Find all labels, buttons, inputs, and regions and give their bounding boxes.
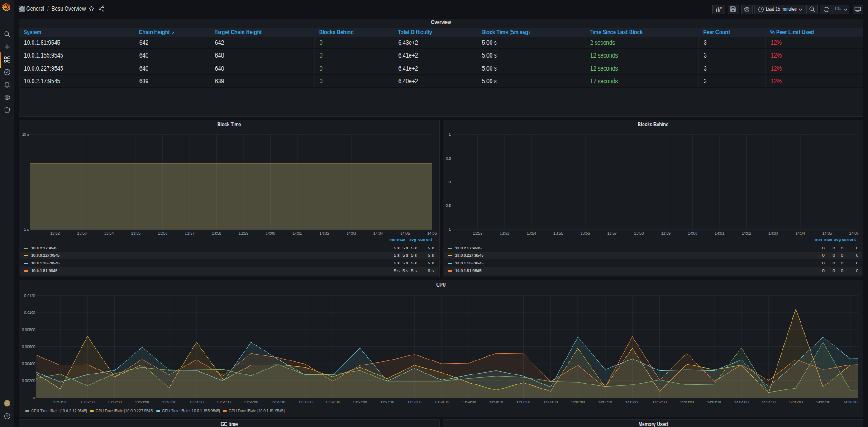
svg-text:13:53: 13:53 [77, 230, 87, 235]
svg-text:?: ? [6, 414, 8, 418]
svg-text:13:59: 13:59 [239, 230, 248, 235]
svg-text:13:59: 13:59 [661, 230, 670, 235]
svg-text:13:57: 13:57 [185, 230, 195, 235]
svg-text:13:52: 13:52 [472, 230, 482, 235]
svg-text:13:59:30: 13:59:30 [489, 399, 503, 404]
svg-text:13:57:30: 13:57:30 [380, 399, 394, 404]
svg-text:13:56: 13:56 [580, 230, 590, 235]
svg-text:13:58: 13:58 [212, 230, 221, 235]
svg-text:0.5: 0.5 [446, 156, 451, 161]
svg-text:14:05:00: 14:05:00 [789, 399, 803, 404]
svg-text:13:54: 13:54 [526, 230, 536, 235]
svg-text:14:00: 14:00 [688, 230, 697, 235]
svg-text:13:58:00: 13:58:00 [407, 399, 421, 404]
svg-text:1: 1 [448, 132, 451, 137]
svg-text:13:52:30: 13:52:30 [108, 399, 122, 404]
svg-text:14:02: 14:02 [320, 230, 329, 235]
svg-text:13:52:00: 13:52:00 [81, 399, 95, 404]
svg-text:14:03: 14:03 [347, 230, 356, 235]
svg-text:13:55:30: 13:55:30 [271, 399, 285, 404]
svg-text:13:54: 13:54 [104, 230, 114, 235]
svg-text:14:02:00: 14:02:00 [625, 399, 639, 404]
svg-text:0.0120: 0.0120 [24, 293, 36, 298]
svg-text:14:01:00: 14:01:00 [571, 399, 585, 404]
svg-text:14:05:30: 14:05:30 [816, 399, 830, 404]
svg-text:14:02: 14:02 [741, 230, 751, 235]
svg-text:14:00:00: 14:00:00 [516, 399, 530, 404]
svg-text:13:55: 13:55 [131, 230, 141, 235]
svg-text:13:53:30: 13:53:30 [162, 399, 176, 404]
svg-text:14:06: 14:06 [427, 230, 437, 235]
svg-text:10 s: 10 s [22, 132, 29, 137]
svg-text:0.0100: 0.0100 [24, 310, 36, 315]
svg-text:14:05: 14:05 [822, 230, 832, 235]
svg-text:13:59:00: 13:59:00 [462, 399, 476, 404]
svg-text:1 s: 1 s [24, 227, 29, 232]
svg-text:14:04:00: 14:04:00 [734, 399, 749, 404]
svg-text:-0.5: -0.5 [444, 203, 451, 208]
svg-text:14:01:30: 14:01:30 [598, 399, 612, 404]
svg-text:14:06: 14:06 [849, 230, 858, 235]
svg-text:14:04: 14:04 [795, 230, 805, 235]
svg-text:13:57: 13:57 [607, 230, 616, 235]
svg-text:14:06:00: 14:06:00 [843, 399, 857, 404]
svg-text:0.00600: 0.00600 [22, 344, 35, 349]
svg-text:14:03: 14:03 [768, 230, 778, 235]
svg-text:13:56:00: 13:56:00 [298, 399, 312, 404]
svg-text:13:56:30: 13:56:30 [326, 399, 340, 404]
svg-text:13:51:30: 13:51:30 [53, 399, 67, 404]
svg-text:0.00800: 0.00800 [22, 327, 35, 332]
svg-text:13:55:00: 13:55:00 [244, 399, 258, 404]
svg-text:14:02:30: 14:02:30 [653, 399, 667, 404]
svg-text:13:56: 13:56 [158, 230, 167, 235]
svg-text:13:54:30: 13:54:30 [217, 399, 231, 404]
svg-text:14:05: 14:05 [401, 230, 410, 235]
svg-text:0: 0 [448, 180, 451, 184]
svg-text:14:01: 14:01 [293, 230, 302, 235]
svg-text:0.00200: 0.00200 [22, 378, 35, 383]
svg-text:13:53:00: 13:53:00 [135, 399, 149, 404]
svg-text:14:03:30: 14:03:30 [707, 399, 721, 404]
svg-text:14:01: 14:01 [715, 230, 724, 235]
svg-text:13:58:30: 13:58:30 [434, 399, 448, 404]
svg-text:0.00400: 0.00400 [22, 361, 35, 366]
svg-text:13:57:00: 13:57:00 [353, 399, 367, 404]
svg-text:13:52: 13:52 [50, 230, 60, 235]
svg-text:13:53: 13:53 [500, 230, 509, 235]
svg-text:14:00:30: 14:00:30 [544, 399, 558, 404]
svg-text:13:55: 13:55 [553, 230, 563, 235]
svg-text:14:03:00: 14:03:00 [680, 399, 694, 404]
svg-text:13:54:00: 13:54:00 [190, 399, 204, 404]
svg-text:-1: -1 [447, 227, 451, 232]
svg-text:14:00: 14:00 [266, 230, 275, 235]
svg-text:13:58: 13:58 [634, 230, 644, 235]
svg-text:14:04:30: 14:04:30 [762, 399, 776, 404]
svg-text:14:04: 14:04 [373, 230, 383, 235]
svg-text:0: 0 [33, 395, 35, 400]
